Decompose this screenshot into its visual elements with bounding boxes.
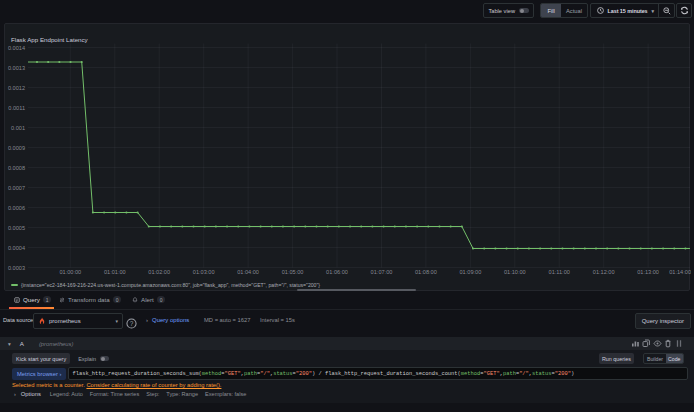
svg-text:01:04:00: 01:04:00 bbox=[237, 269, 259, 275]
svg-text:01:03:00: 01:03:00 bbox=[193, 269, 215, 275]
svg-text:0.0007: 0.0007 bbox=[8, 185, 25, 191]
svg-text:0.001: 0.001 bbox=[11, 125, 25, 131]
svg-text:01:13:00: 01:13:00 bbox=[637, 269, 659, 275]
svg-text:0.0014: 0.0014 bbox=[8, 45, 25, 51]
svg-text:01:06:00: 01:06:00 bbox=[326, 269, 348, 275]
svg-text:01:00:00: 01:00:00 bbox=[59, 269, 81, 275]
svg-text:01:10:00: 01:10:00 bbox=[504, 269, 526, 275]
svg-text:0.0005: 0.0005 bbox=[8, 225, 25, 231]
svg-text:0.0004: 0.0004 bbox=[8, 245, 25, 251]
svg-text:0.0011: 0.0011 bbox=[8, 105, 25, 111]
svg-text:0.0012: 0.0012 bbox=[8, 85, 25, 91]
svg-text:0.0008: 0.0008 bbox=[8, 165, 25, 171]
svg-text:01:02:00: 01:02:00 bbox=[148, 269, 170, 275]
svg-text:01:08:00: 01:08:00 bbox=[415, 269, 437, 275]
svg-text:0.0013: 0.0013 bbox=[8, 65, 25, 71]
svg-text:01:14:00: 01:14:00 bbox=[669, 269, 691, 275]
svg-text:0.0009: 0.0009 bbox=[8, 145, 25, 151]
svg-text:0.0006: 0.0006 bbox=[8, 205, 25, 211]
svg-text:01:01:00: 01:01:00 bbox=[104, 269, 126, 275]
svg-text:01:07:00: 01:07:00 bbox=[371, 269, 393, 275]
svg-text:?: ? bbox=[130, 320, 134, 327]
svg-text:0.0003: 0.0003 bbox=[8, 265, 25, 271]
svg-text:01:12:00: 01:12:00 bbox=[593, 269, 615, 275]
svg-text:01:11:00: 01:11:00 bbox=[549, 269, 570, 275]
svg-text:01:05:00: 01:05:00 bbox=[282, 269, 304, 275]
svg-text:01:09:00: 01:09:00 bbox=[460, 269, 482, 275]
